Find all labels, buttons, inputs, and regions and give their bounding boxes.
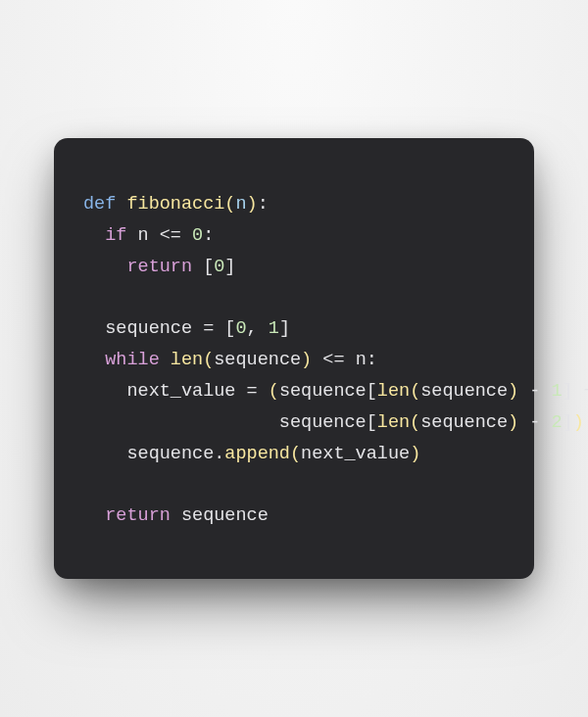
token-op: - xyxy=(529,381,551,402)
token-punct: , xyxy=(247,318,269,339)
token-paren: ( xyxy=(203,350,214,370)
token-ident: next_value xyxy=(126,381,246,402)
code-card: def fibonacci(n): if n <= 0: return [0] … xyxy=(54,138,534,579)
token-paren: ( xyxy=(410,381,420,402)
token-op: <= xyxy=(160,225,192,246)
token-num: 2 xyxy=(551,412,562,433)
token-op: + xyxy=(584,381,588,402)
token-bracket: [ xyxy=(367,381,377,402)
code-line: sequence[len(sequence) - 2]) xyxy=(83,407,505,439)
token-op: = xyxy=(247,381,269,402)
code-line: sequence.append(next_value) xyxy=(83,439,505,470)
code-line xyxy=(83,469,505,501)
token-method: append xyxy=(224,444,290,464)
code-line xyxy=(83,282,505,313)
token-bracket: [ xyxy=(224,318,235,339)
token-paren: ) xyxy=(301,350,322,370)
token-paren: ) xyxy=(573,412,584,433)
token-builtin: len xyxy=(171,350,203,370)
token-keyword: def xyxy=(83,194,126,215)
token-ident: sequence xyxy=(420,381,508,402)
token-param: n xyxy=(235,194,246,215)
token-ident: sequence xyxy=(279,381,367,402)
token-punct: : xyxy=(203,225,214,246)
token-bracket: ] xyxy=(563,412,573,433)
token-paren: ) xyxy=(410,444,420,464)
code-line: def fibonacci(n): xyxy=(83,189,505,220)
token-num: 0 xyxy=(214,257,224,277)
token-ident: sequence xyxy=(181,505,269,526)
token-num: 1 xyxy=(552,381,563,402)
code-line: while len(sequence) <= n: xyxy=(83,345,505,376)
token-op: = xyxy=(203,318,224,339)
token-op: <= xyxy=(322,350,355,370)
token-builtin: len xyxy=(377,381,410,402)
token-paren: ) xyxy=(247,194,258,215)
token-ident: n xyxy=(138,225,160,246)
token-paren: ) xyxy=(508,412,529,433)
token-punct: : xyxy=(367,350,377,370)
token-punct: : xyxy=(258,194,269,215)
token-ident: sequence xyxy=(420,412,508,433)
token-control: return xyxy=(126,257,203,277)
code-block: def fibonacci(n): if n <= 0: return [0] … xyxy=(83,189,505,532)
token-bracket: [ xyxy=(203,257,214,277)
token-ident: sequence xyxy=(279,412,367,433)
token-num: 1 xyxy=(269,318,279,339)
token-paren: ) xyxy=(508,381,529,402)
code-line: sequence = [0, 1] xyxy=(83,313,505,345)
token-builtin: len xyxy=(377,412,410,433)
token-paren: ( xyxy=(269,381,279,402)
token-control: if xyxy=(105,225,137,246)
code-line: return sequence xyxy=(83,501,505,532)
token-num: 0 xyxy=(235,318,246,339)
token-ident: n xyxy=(356,350,367,370)
token-punct: . xyxy=(214,444,224,464)
token-funcname: fibonacci xyxy=(126,194,224,215)
token-bracket: ] xyxy=(563,381,584,402)
token-ident: sequence xyxy=(126,444,214,464)
token-bracket: ] xyxy=(224,257,235,277)
token-paren: ( xyxy=(224,194,235,215)
token-paren: ( xyxy=(410,412,420,433)
token-control: return xyxy=(105,505,181,526)
token-bracket: [ xyxy=(367,412,377,433)
token-op: - xyxy=(529,412,551,433)
code-line: next_value = (sequence[len(sequence) - 1… xyxy=(83,376,505,407)
code-line: if n <= 0: xyxy=(83,220,505,252)
token-paren: ( xyxy=(290,444,301,464)
token-ident: sequence xyxy=(214,350,301,370)
token-bracket: ] xyxy=(279,318,290,339)
token-control: while xyxy=(105,350,171,370)
token-num: 0 xyxy=(192,225,203,246)
token-ident: next_value xyxy=(301,444,410,464)
code-line: return [0] xyxy=(83,252,505,283)
token-ident: sequence xyxy=(105,318,203,339)
